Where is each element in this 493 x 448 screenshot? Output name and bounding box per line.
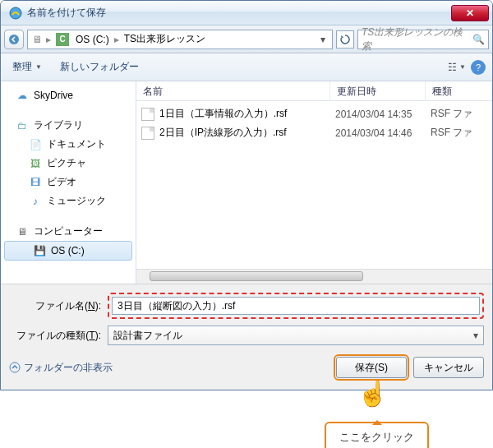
file-rows: 1日目（工事情報の入力）.rsf 2014/03/04 14:35 RSF ファ…: [136, 101, 492, 269]
filetype-label: ファイルの種類(T):: [9, 329, 108, 343]
content-area: ☁SkyDrive 🗀ライブラリ 📄ドキュメント 🖼ピクチャ 🎞ビデオ ♪ミュー…: [1, 81, 492, 284]
nav-skydrive[interactable]: ☁SkyDrive: [1, 86, 136, 104]
bottom-panel: ファイル名(N): ファイルの種類(T): 設計書ファイル▾ フォルダーの非表示…: [1, 284, 492, 390]
file-icon: [141, 127, 154, 140]
header-type[interactable]: 種類: [426, 81, 492, 100]
chevron-down-icon: ▼: [459, 63, 466, 71]
search-icon: 🔍: [472, 34, 485, 45]
app-icon: [9, 7, 22, 20]
svg-point-2: [10, 363, 20, 372]
view-icon: ☷: [448, 62, 457, 73]
document-icon: 📄: [29, 138, 42, 151]
callout-bubble: ここをクリック: [325, 422, 429, 448]
save-dialog: 名前を付けて保存 ✕ 🖥 ▸ C OS (C:) ▸ TS出来形レッスン ▾ T…: [0, 0, 493, 390]
hide-folders-button[interactable]: フォルダーの非表示: [9, 361, 113, 375]
nav-computer[interactable]: 🖥コンピューター: [1, 222, 136, 241]
header-date[interactable]: 更新日時: [330, 81, 426, 100]
file-row[interactable]: 2日目（IP法線形の入力）.rsf 2014/03/04 14:46 RSF フ…: [136, 123, 492, 142]
svg-point-1: [9, 35, 19, 44]
header-name[interactable]: 名前: [136, 81, 330, 100]
chevron-icon: ▸: [44, 34, 53, 45]
window-title: 名前を付けて保存: [27, 6, 451, 20]
toolbar: 整理▼ 新しいフォルダー ☷▼ ?: [1, 53, 492, 81]
scroll-thumb[interactable]: [150, 271, 363, 281]
filename-label: ファイル名(N):: [9, 299, 108, 313]
file-row[interactable]: 1日目（工事情報の入力）.rsf 2014/03/04 14:35 RSF ファ: [136, 104, 492, 123]
file-list-pane: 名前 更新日時 種類 1日目（工事情報の入力）.rsf 2014/03/04 1…: [136, 81, 492, 284]
music-icon: ♪: [29, 195, 42, 208]
new-folder-button[interactable]: 新しいフォルダー: [55, 58, 144, 76]
nav-documents[interactable]: 📄ドキュメント: [1, 135, 136, 154]
help-button[interactable]: ?: [471, 60, 486, 75]
cancel-button[interactable]: キャンセル: [413, 357, 484, 378]
nav-music[interactable]: ♪ミュージック: [1, 192, 136, 210]
annotation-overlay: ☝ ここをクリック: [0, 390, 493, 448]
nav-pictures[interactable]: 🖼ピクチャ: [1, 154, 136, 173]
refresh-button[interactable]: [336, 30, 354, 48]
back-icon: [8, 34, 20, 45]
breadcrumb[interactable]: 🖥 ▸ C OS (C:) ▸ TS出来形レッスン ▾: [27, 30, 333, 49]
close-button[interactable]: ✕: [451, 5, 489, 21]
chevron-down-icon: ▼: [35, 63, 42, 71]
organize-button[interactable]: 整理▼: [7, 58, 47, 76]
refresh-icon: [340, 35, 350, 44]
horizontal-scrollbar[interactable]: [136, 269, 492, 284]
search-input[interactable]: TS出来形レッスンの検索 🔍: [357, 30, 489, 49]
filename-input[interactable]: [112, 297, 480, 315]
navigation-pane: ☁SkyDrive 🗀ライブラリ 📄ドキュメント 🖼ピクチャ 🎞ビデオ ♪ミュー…: [1, 81, 136, 284]
nav-library[interactable]: 🗀ライブラリ: [1, 116, 136, 135]
computer-icon: 🖥: [16, 225, 29, 238]
filename-highlight: [108, 293, 484, 319]
address-bar: 🖥 ▸ C OS (C:) ▸ TS出来形レッスン ▾ TS出来形レッスンの検索…: [1, 25, 492, 53]
file-icon: [141, 108, 154, 121]
chevron-down-icon: ▾: [473, 330, 478, 341]
column-headers: 名前 更新日時 種類: [136, 81, 492, 101]
picture-icon: 🖼: [29, 157, 42, 170]
crumb-folder[interactable]: TS出来形レッスン: [121, 32, 209, 46]
dropdown-icon[interactable]: ▾: [316, 34, 330, 45]
chevron-icon: ▸: [113, 34, 121, 45]
computer-icon: 🖥: [30, 34, 44, 45]
search-placeholder: TS出来形レッスンの検索: [362, 25, 472, 53]
crumb-drive[interactable]: OS (C:): [72, 34, 113, 45]
drive-icon: C: [56, 33, 69, 46]
nav-videos[interactable]: 🎞ビデオ: [1, 173, 136, 192]
cloud-icon: ☁: [16, 89, 29, 102]
pointer-hand-icon: ☝: [357, 379, 388, 408]
video-icon: 🎞: [29, 176, 42, 189]
save-button[interactable]: 保存(S): [336, 357, 407, 378]
drive-icon: 💾: [33, 244, 46, 257]
chevron-up-icon: [9, 362, 21, 373]
titlebar: 名前を付けて保存 ✕: [1, 1, 492, 25]
library-icon: 🗀: [16, 119, 29, 132]
view-button[interactable]: ☷▼: [448, 62, 466, 73]
filetype-select[interactable]: 設計書ファイル▾: [108, 326, 484, 345]
nav-drive-c[interactable]: 💾OS (C:): [4, 241, 132, 261]
back-button[interactable]: [4, 30, 24, 49]
